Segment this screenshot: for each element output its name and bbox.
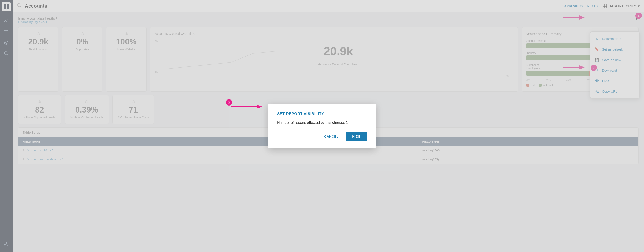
modal-body: Number of reports affected by this chang… bbox=[277, 120, 367, 125]
cancel-button[interactable]: CANCEL bbox=[321, 132, 342, 141]
arrow-3 bbox=[229, 102, 265, 112]
modal-actions: CANCEL HIDE bbox=[277, 132, 367, 141]
modal-overlay: SET REPORT VISIBILITY Number of reports … bbox=[0, 0, 644, 252]
modal-dialog: SET REPORT VISIBILITY Number of reports … bbox=[268, 104, 376, 148]
hide-button[interactable]: HIDE bbox=[346, 132, 367, 141]
step-badge-3: 3 bbox=[226, 99, 232, 106]
modal-title: SET REPORT VISIBILITY bbox=[277, 112, 367, 116]
